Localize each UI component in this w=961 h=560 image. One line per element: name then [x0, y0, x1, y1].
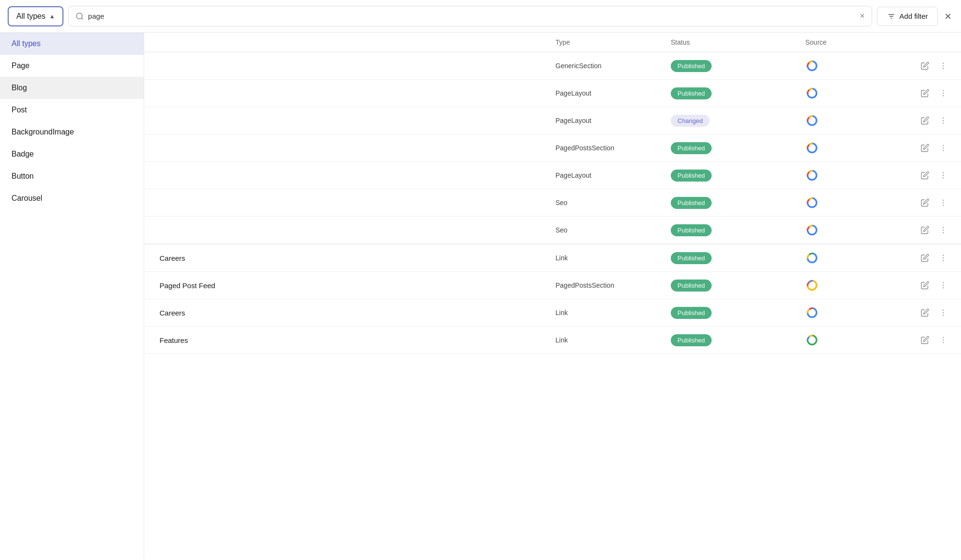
- edit-icon: [921, 308, 929, 317]
- contentful-icon: [806, 279, 818, 292]
- svg-point-32: [943, 232, 944, 233]
- contentful-icon: [806, 252, 818, 264]
- svg-point-7: [943, 65, 944, 66]
- source-icon: [805, 86, 819, 100]
- search-input[interactable]: [88, 12, 856, 20]
- row-type: GenericSection: [555, 62, 671, 70]
- more-button[interactable]: [937, 224, 949, 236]
- edit-button[interactable]: [919, 279, 931, 292]
- type-dropdown-button[interactable]: All types ▲: [8, 6, 63, 26]
- row-status: Published: [671, 307, 805, 319]
- status-badge: Published: [671, 252, 712, 264]
- edit-button[interactable]: [919, 224, 931, 236]
- more-button[interactable]: [937, 169, 949, 182]
- row-status: Published: [671, 87, 805, 99]
- edit-button[interactable]: [919, 306, 931, 319]
- table-row: PageLayout Published: [144, 162, 961, 189]
- dropdown-item-badge[interactable]: Badge: [0, 143, 144, 165]
- clear-search-icon[interactable]: ×: [860, 11, 865, 21]
- edit-icon: [921, 89, 929, 97]
- add-filter-button[interactable]: Add filter: [877, 7, 938, 26]
- more-button[interactable]: [937, 87, 949, 99]
- edit-button[interactable]: [919, 87, 931, 99]
- contentful-icon: [806, 114, 818, 127]
- svg-point-11: [943, 93, 944, 94]
- table-row: Features Link Published: [144, 327, 961, 354]
- more-icon: [939, 89, 948, 97]
- more-button[interactable]: [937, 142, 949, 154]
- more-button[interactable]: [937, 196, 949, 209]
- more-button[interactable]: [937, 306, 949, 319]
- svg-point-28: [943, 205, 944, 206]
- row-type: Link: [555, 254, 671, 262]
- edit-button[interactable]: [919, 252, 931, 264]
- contentful-icon: [806, 142, 818, 154]
- row-status: Published: [671, 170, 805, 182]
- more-button[interactable]: [937, 334, 949, 346]
- col-header-source: Source: [805, 38, 901, 46]
- dropdown-item-post[interactable]: Post: [0, 99, 144, 121]
- status-badge: Published: [671, 280, 712, 292]
- edit-button[interactable]: [919, 169, 931, 182]
- row-status: Published: [671, 142, 805, 154]
- row-actions: [901, 196, 949, 209]
- row-type: PageLayout: [555, 117, 671, 124]
- row-actions: [901, 142, 949, 154]
- search-box: ×: [68, 6, 872, 26]
- close-button[interactable]: ×: [943, 8, 953, 25]
- dropdown-panel: All types Page Blog Post BackgroundImage…: [0, 33, 144, 559]
- svg-point-14: [943, 118, 944, 119]
- more-button[interactable]: [937, 279, 949, 292]
- status-badge: Published: [671, 170, 712, 182]
- dropdown-item-backgroundimage[interactable]: BackgroundImage: [0, 121, 144, 143]
- edit-button[interactable]: [919, 142, 931, 154]
- more-icon: [939, 254, 948, 262]
- row-status: Published: [671, 197, 805, 209]
- source-icon: [805, 59, 819, 73]
- table-header: Type Status Source: [144, 33, 961, 52]
- dropdown-item-page[interactable]: Page: [0, 55, 144, 77]
- status-badge: Changed: [671, 115, 710, 127]
- col-header-name: [156, 38, 555, 46]
- more-icon: [939, 198, 948, 207]
- row-type: PagedPostsSection: [555, 144, 671, 152]
- edit-button[interactable]: [919, 60, 931, 72]
- contentful-icon: [806, 306, 818, 319]
- dropdown-item-all-types[interactable]: All types: [0, 33, 144, 55]
- dropdown-item-carousel[interactable]: Carousel: [0, 187, 144, 209]
- status-badge: Published: [671, 224, 712, 236]
- svg-point-0: [77, 13, 83, 19]
- status-badge: Published: [671, 87, 712, 99]
- row-actions: [901, 306, 949, 319]
- more-button[interactable]: [937, 252, 949, 264]
- more-icon: [939, 336, 948, 344]
- svg-point-23: [943, 175, 944, 176]
- more-button[interactable]: [937, 114, 949, 127]
- source-icon: [805, 196, 819, 209]
- status-badge: Published: [671, 60, 712, 72]
- svg-point-39: [943, 285, 944, 286]
- edit-button[interactable]: [919, 334, 931, 346]
- svg-point-10: [943, 90, 944, 91]
- svg-point-35: [943, 257, 944, 258]
- row-status: Published: [671, 60, 805, 72]
- row-actions: [901, 114, 949, 127]
- bottom-section: Careers Link Published: [144, 244, 961, 354]
- svg-point-44: [943, 315, 944, 316]
- table-row: Paged Post Feed PagedPostsSection Publis…: [144, 272, 961, 299]
- edit-button[interactable]: [919, 196, 931, 209]
- more-icon: [939, 116, 948, 125]
- more-button[interactable]: [937, 60, 949, 72]
- row-actions: [901, 279, 949, 292]
- edit-icon: [921, 281, 929, 290]
- status-badge: Published: [671, 197, 712, 209]
- edit-icon: [921, 226, 929, 234]
- dropdown-item-button[interactable]: Button: [0, 165, 144, 187]
- dropdown-item-blog[interactable]: Blog: [0, 77, 144, 99]
- svg-point-6: [943, 63, 944, 64]
- row-status: Published: [671, 334, 805, 346]
- svg-point-20: [943, 150, 944, 151]
- edit-icon: [921, 116, 929, 125]
- more-icon: [939, 308, 948, 317]
- edit-button[interactable]: [919, 114, 931, 127]
